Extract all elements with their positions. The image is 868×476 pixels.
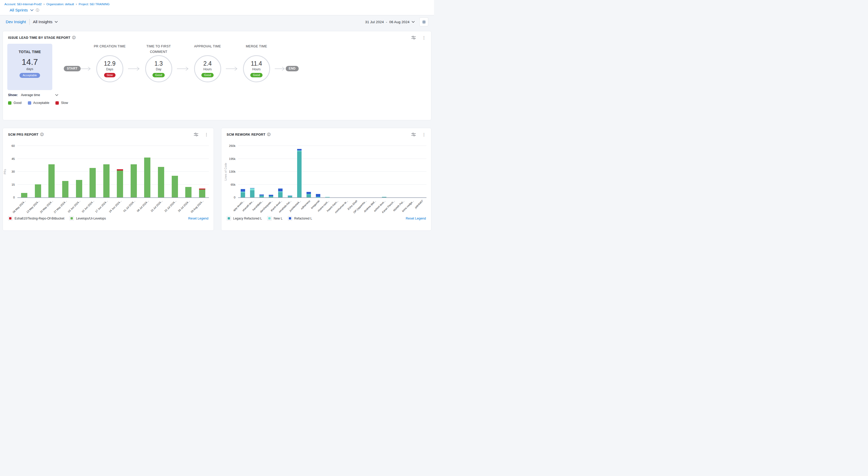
bar[interactable] [325, 197, 330, 198]
legend-checkbox[interactable] [69, 216, 74, 220]
breadcrumb-organization[interactable]: Organization: default [46, 3, 74, 6]
stage-time-to-first-comment[interactable]: TIME TO FIRST COMMENT 1.3 Day Good [141, 44, 177, 82]
bar-segment[interactable] [144, 157, 150, 198]
bar-segment[interactable] [172, 176, 178, 198]
dev-insight-link[interactable]: Dev Insight [6, 20, 26, 24]
info-icon[interactable]: ⓘ [267, 133, 271, 136]
total-time-label: TOTAL TIME [7, 50, 52, 54]
legend-item[interactable]: Esha610/Testing-Repo-Of-Bitbucket [8, 216, 64, 220]
bar-segment[interactable] [90, 168, 96, 198]
bar-segment[interactable] [316, 194, 320, 197]
bar-segment[interactable] [307, 192, 311, 194]
bar-segment[interactable] [278, 192, 283, 198]
bar[interactable] [21, 193, 27, 198]
bar-segment[interactable] [35, 184, 41, 198]
bar-column [304, 146, 313, 198]
bar[interactable] [307, 192, 311, 198]
kebab-menu-icon[interactable]: ⋮ [422, 36, 426, 39]
bar[interactable] [278, 188, 283, 198]
breadcrumb-account[interactable]: Account: SEI-Internal-Prod2 [4, 3, 42, 6]
bar-segment[interactable] [21, 193, 27, 198]
legend-item[interactable]: Levelops/Ui-Levelops [69, 216, 106, 220]
bar-segment[interactable] [241, 189, 245, 192]
bar[interactable] [76, 180, 82, 198]
plot-area: 015304560PRs [18, 146, 209, 198]
show-dropdown[interactable]: Show: Average time [3, 90, 70, 97]
bar-segment[interactable] [278, 188, 283, 191]
bar-segment[interactable] [103, 164, 110, 198]
all-insights-dropdown[interactable]: All Insights [33, 20, 58, 24]
kebab-menu-icon[interactable]: ⋮ [422, 132, 426, 137]
bar[interactable] [172, 176, 178, 198]
filters-button[interactable] [411, 132, 416, 137]
kebab-menu-icon[interactable]: ⋮ [205, 132, 209, 137]
bar-segment[interactable] [307, 194, 311, 198]
bar[interactable] [185, 187, 191, 198]
reset-legend-link[interactable]: Reset Legend [188, 217, 209, 220]
legend-checkbox[interactable] [8, 216, 12, 220]
reset-legend-link[interactable]: Reset Legend [406, 217, 426, 220]
bar-segment[interactable] [117, 171, 123, 198]
bar-segment[interactable] [288, 196, 292, 198]
legend-checkbox[interactable] [227, 216, 231, 220]
bar[interactable] [316, 194, 320, 198]
legend-item[interactable]: Legacy Refactored L [227, 216, 262, 220]
bar[interactable] [62, 181, 68, 198]
bar[interactable] [259, 195, 264, 198]
bar[interactable] [297, 149, 302, 198]
date-range-picker[interactable]: 31 Jul 2024 - 06 Aug 2024 [365, 20, 415, 24]
bar-segment[interactable] [131, 164, 137, 198]
bar-segment[interactable] [185, 187, 191, 198]
bar-segment[interactable] [259, 196, 264, 198]
bar-segment[interactable] [62, 181, 68, 198]
bar[interactable] [90, 168, 96, 198]
bar-segment[interactable] [382, 197, 386, 198]
bar[interactable] [117, 169, 123, 198]
breadcrumb-separator-icon: › [76, 2, 77, 6]
bar-segment[interactable] [49, 164, 55, 198]
bar-segment[interactable] [241, 192, 245, 198]
bar-segment[interactable] [325, 197, 330, 198]
bar[interactable] [35, 184, 41, 198]
legend-checkbox[interactable] [288, 216, 292, 220]
filters-button[interactable] [194, 132, 198, 137]
bar-segment[interactable] [250, 190, 254, 198]
bar[interactable] [288, 196, 292, 198]
bar-segment[interactable] [158, 167, 164, 198]
bar-segment[interactable] [269, 196, 273, 198]
bar-column [247, 146, 257, 198]
bar[interactable] [199, 188, 205, 198]
filters-button[interactable] [411, 36, 416, 39]
bar-segment[interactable] [297, 151, 302, 198]
bar[interactable] [250, 188, 254, 198]
legend-item[interactable]: Refactored L [288, 216, 312, 220]
bar[interactable] [269, 195, 273, 198]
bar[interactable] [131, 164, 137, 198]
chevron-down-icon[interactable] [30, 9, 34, 11]
info-icon[interactable]: ⓘ [40, 133, 44, 136]
info-icon[interactable]: ⓘ [72, 36, 75, 39]
arrow-icon [226, 67, 238, 71]
stage-merge-time[interactable]: MERGE TIME 11.4 Hours Good [238, 44, 275, 82]
bar[interactable] [241, 189, 245, 198]
scm-rework-panel: SCM REWORK REPORT ⓘ ⋮ 065k130k195k260kLi… [221, 128, 431, 231]
bar[interactable] [158, 167, 164, 198]
bar[interactable] [382, 197, 386, 198]
stage-approval-time[interactable]: APPROVAL TIME 2.4 Hours Good [189, 44, 226, 82]
bar-segment[interactable] [250, 188, 254, 190]
sprint-selector[interactable]: All Sprints [10, 8, 28, 12]
legend-item: Slow [55, 101, 68, 105]
bar-segment[interactable] [76, 180, 82, 198]
panel-title: SCM PRS REPORT ⓘ [8, 133, 44, 137]
y-axis-label: PRs [4, 169, 6, 174]
bar-segment[interactable] [199, 189, 205, 198]
settings-button[interactable] [420, 18, 428, 26]
bar[interactable] [144, 157, 150, 198]
bar[interactable] [103, 164, 110, 198]
legend-checkbox[interactable] [267, 216, 272, 220]
legend-item[interactable]: New L [267, 216, 283, 220]
info-icon[interactable]: ⓘ [36, 8, 39, 12]
bar[interactable] [49, 164, 55, 198]
stage-pr-creation-time[interactable]: PR CREATION TIME 12.9 Days Slow [92, 44, 128, 82]
breadcrumb-project[interactable]: Project: SEI TRAINING [79, 3, 110, 6]
